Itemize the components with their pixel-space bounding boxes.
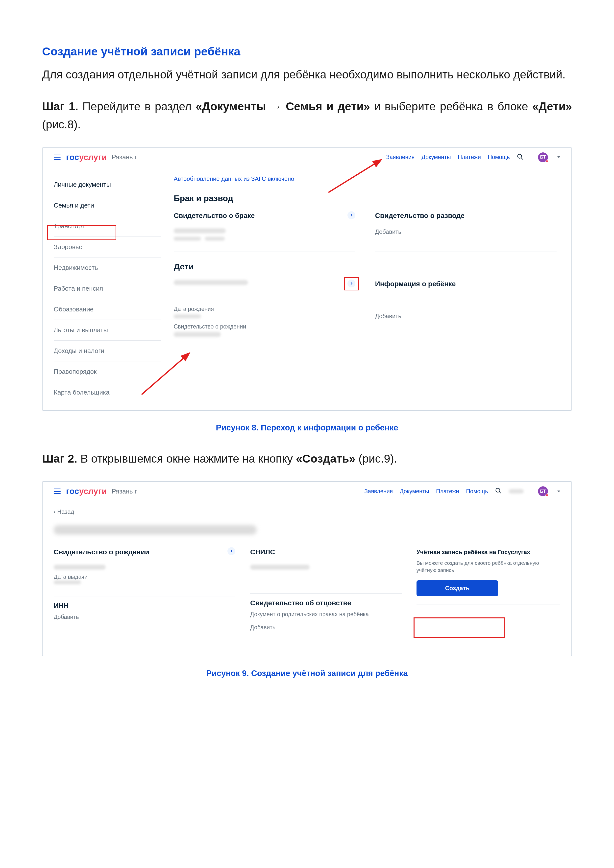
redacted-text xyxy=(174,228,226,233)
redacted-text xyxy=(174,237,201,241)
city-label[interactable]: Рязань г. xyxy=(112,488,138,495)
paternity-card[interactable]: Свидетельство об отцовстве Документ о ро… xyxy=(250,599,402,639)
redacted-text xyxy=(174,315,201,318)
nav-payments[interactable]: Платежи xyxy=(436,488,459,495)
search-icon[interactable] xyxy=(517,153,524,161)
snils-title: СНИЛС xyxy=(250,548,402,556)
sidebar-item-benefits[interactable]: Льготы и выплаты xyxy=(54,320,162,341)
figure-8-screenshot: госуслуги Рязань г. Заявления Документы … xyxy=(42,147,572,411)
issue-date-label: Дата выдачи xyxy=(54,574,235,580)
chevron-down-icon[interactable] xyxy=(557,491,560,492)
redacted-name xyxy=(54,525,256,535)
search-icon[interactable] xyxy=(495,487,502,495)
logo[interactable]: госуслуги xyxy=(66,487,107,496)
highlight-annotation-family xyxy=(47,225,116,240)
marriage-cert-title: Свидетельство о браке xyxy=(174,212,355,220)
sidebar-item-education[interactable]: Образование xyxy=(54,299,162,320)
nav-documents[interactable]: Документы xyxy=(421,154,451,161)
child-info-card[interactable]: Информация о ребёнке Добавить xyxy=(375,280,557,326)
marriage-cert-card[interactable]: Свидетельство о браке xyxy=(174,212,355,252)
inn-card[interactable]: ИНН Добавить xyxy=(54,602,235,629)
menu-icon[interactable] xyxy=(54,155,61,160)
snils-card[interactable]: СНИЛС xyxy=(250,548,402,594)
step1-middle: и выберите ребёнка в блоке xyxy=(370,100,532,113)
create-account-panel: Учётная запись ребёнка на Госуслугах Вы … xyxy=(417,548,560,604)
menu-icon[interactable] xyxy=(54,488,61,494)
nav-applications[interactable]: Заявления xyxy=(386,154,415,161)
figure-8-caption: Рисунок 8. Переход к информации о ребенк… xyxy=(42,423,572,432)
svg-point-4 xyxy=(496,488,500,492)
add-link[interactable]: Добавить xyxy=(54,614,235,620)
add-link[interactable]: Добавить xyxy=(375,228,557,235)
birth-cert-card[interactable]: Свидетельство о рождении Дата выдачи xyxy=(54,548,235,597)
logo-blue: гос xyxy=(66,487,79,496)
sidebar-item-income[interactable]: Доходы и налоги xyxy=(54,341,162,361)
children-heading: Дети xyxy=(174,262,556,271)
auto-update-link[interactable]: Автообновление данных из ЗАГС включено xyxy=(174,175,556,182)
avatar[interactable]: БТ xyxy=(538,486,548,496)
add-link[interactable]: Добавить xyxy=(250,624,402,631)
figure-9-screenshot: госуслуги Рязань г. Заявления Документы … xyxy=(42,481,572,656)
logo-red: услуги xyxy=(79,153,107,162)
step2-bold-btn: «Создать» xyxy=(296,452,355,465)
sidebar: Личные документы Семья и дети Транспорт … xyxy=(43,167,162,410)
nav-payments[interactable]: Платежи xyxy=(458,154,481,161)
city-label[interactable]: Рязань г. xyxy=(112,153,138,161)
fig8-main: Автообновление данных из ЗАГС включено Б… xyxy=(162,167,571,410)
page-title: Создание учётной записи ребёнка xyxy=(42,45,572,58)
nav-help[interactable]: Помощь xyxy=(466,488,488,495)
nav-documents[interactable]: Документы xyxy=(399,488,429,495)
sidebar-item-realestate[interactable]: Недвижимость xyxy=(54,257,162,278)
step1-after: (рис.8). xyxy=(42,118,81,131)
divorce-cert-title: Свидетельство о разводе xyxy=(375,212,557,220)
step2-label: Шаг 2. xyxy=(42,452,77,465)
avatar[interactable]: БТ xyxy=(538,152,548,162)
nav-applications[interactable]: Заявления xyxy=(364,488,393,495)
add-link[interactable]: Добавить xyxy=(375,313,557,319)
app-header: госуслуги Рязань г. Заявления Документы … xyxy=(43,482,571,501)
back-label: Назад xyxy=(57,508,74,515)
app-header: госуслуги Рязань г. Заявления Документы … xyxy=(43,148,571,167)
svg-line-1 xyxy=(521,158,523,159)
create-panel-title: Учётная запись ребёнка на Госуслугах xyxy=(417,548,560,556)
sidebar-item-law[interactable]: Правопорядок xyxy=(54,361,162,382)
svg-point-0 xyxy=(518,154,522,158)
svg-line-5 xyxy=(499,492,501,493)
redacted-text xyxy=(174,332,221,337)
inn-title: ИНН xyxy=(54,602,235,610)
redacted-text xyxy=(205,237,225,241)
step-1-paragraph: Шаг 1. Перейдите в раздел «Документы → С… xyxy=(42,98,572,134)
chevron-down-icon[interactable] xyxy=(557,157,560,158)
back-link[interactable]: ‹ Назад xyxy=(54,501,560,518)
step1-bold-nav: «Документы → Семья и дети» xyxy=(196,100,370,113)
logo[interactable]: госуслуги xyxy=(66,153,107,162)
step2-before: В открывшемся окне нажмите на кнопку xyxy=(77,452,296,465)
child-card[interactable]: Дата рождения Свидетельство о рождении xyxy=(174,280,355,348)
avatar-initials: БТ xyxy=(540,155,546,160)
sidebar-item-fancard[interactable]: Карта болельщика xyxy=(54,382,162,403)
redacted-text xyxy=(174,280,248,285)
highlight-annotation-create xyxy=(413,617,505,638)
redacted-text xyxy=(54,565,106,570)
create-button[interactable]: Создать xyxy=(417,580,498,596)
step-2-paragraph: Шаг 2. В открывшемся окне нажмите на кно… xyxy=(42,450,572,468)
nav-help[interactable]: Помощь xyxy=(488,154,510,161)
chevron-right-icon[interactable] xyxy=(347,211,355,219)
sidebar-item-work[interactable]: Работа и пенсия xyxy=(54,278,162,299)
avatar-initials: БТ xyxy=(540,489,546,494)
dob-label: Дата рождения xyxy=(174,306,355,312)
divorce-cert-card[interactable]: Свидетельство о разводе Добавить xyxy=(375,212,557,252)
logo-blue: гос xyxy=(66,153,79,162)
paternity-sub: Документ о родительских правах на ребёнк… xyxy=(250,611,402,618)
create-panel-desc: Вы можете создать для своего ребёнка отд… xyxy=(417,559,560,574)
intro-text: Для создания отдельной учётной записи дл… xyxy=(42,65,572,84)
sidebar-item-family[interactable]: Семья и дети xyxy=(54,195,162,216)
notification-dot-icon xyxy=(546,494,549,497)
birth-cert-title: Свидетельство о рождении xyxy=(54,548,235,556)
sidebar-item-personal[interactable]: Личные документы xyxy=(54,174,162,195)
redacted-text xyxy=(250,565,309,570)
figure-9-caption: Рисунок 9. Создание учётной записи для р… xyxy=(42,669,572,678)
marriage-heading: Брак и развод xyxy=(174,194,556,203)
step1-before: Перейдите в раздел xyxy=(78,100,196,113)
child-info-title: Информация о ребёнке xyxy=(375,280,557,288)
